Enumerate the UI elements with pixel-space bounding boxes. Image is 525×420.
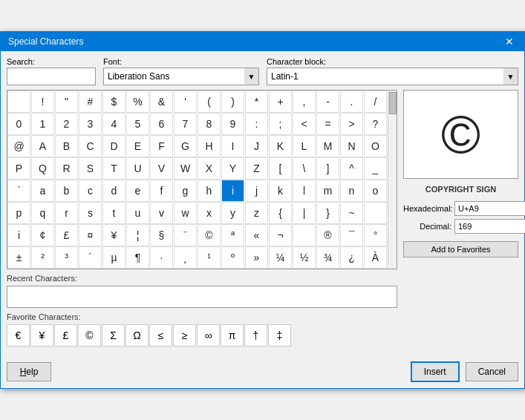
char-cell[interactable]: - xyxy=(316,91,339,113)
fav-char-cell[interactable]: Σ xyxy=(102,324,125,347)
char-cell[interactable]: X xyxy=(198,157,221,180)
fav-char-cell[interactable]: Ω xyxy=(125,324,149,347)
hex-input[interactable] xyxy=(454,201,525,216)
char-cell[interactable]: N xyxy=(340,135,363,157)
char-cell[interactable]: # xyxy=(79,91,102,113)
char-cell[interactable]: 8 xyxy=(198,113,221,135)
char-cell[interactable]: j xyxy=(245,180,268,202)
char-cell[interactable]: @ xyxy=(7,135,30,157)
char-cell[interactable]: ¼ xyxy=(269,246,292,269)
fav-char-cell[interactable]: © xyxy=(78,324,101,347)
char-cell[interactable]: d xyxy=(102,180,125,202)
char-cell[interactable]: ¦ xyxy=(126,224,149,246)
char-cell[interactable]: ¢ xyxy=(31,224,54,246)
char-cell[interactable]: B xyxy=(55,135,78,157)
add-to-favorites-button[interactable]: Add to Favorites xyxy=(403,241,518,257)
char-cell[interactable]: i xyxy=(7,224,30,246)
char-cell[interactable]: r xyxy=(55,202,78,224)
char-cell[interactable]: $ xyxy=(102,91,125,113)
char-cell[interactable]: P xyxy=(7,157,30,180)
char-cell[interactable]: " xyxy=(55,91,78,113)
char-cell[interactable]: t xyxy=(102,202,125,224)
char-cell[interactable]: ¬ xyxy=(269,224,292,246)
char-cell[interactable]: S xyxy=(79,157,102,180)
char-cell[interactable]: > xyxy=(340,113,363,135)
fav-char-cell[interactable]: £ xyxy=(54,324,77,347)
char-cell[interactable]: ' xyxy=(174,91,197,113)
grid-scrollbar[interactable] xyxy=(388,91,397,269)
char-cell[interactable]: U xyxy=(126,157,149,180)
char-cell[interactable]: * xyxy=(245,91,268,113)
char-cell[interactable]: ( xyxy=(198,91,221,113)
char-cell[interactable]: E xyxy=(126,135,149,157)
char-cell[interactable]: _ xyxy=(364,157,387,180)
char-cell[interactable]: w xyxy=(174,202,197,224)
char-cell[interactable]: ± xyxy=(7,246,30,269)
char-cell[interactable]: , xyxy=(293,91,316,113)
char-cell[interactable]: µ xyxy=(102,246,125,269)
char-cell[interactable]: { xyxy=(269,202,292,224)
char-cell[interactable]: . xyxy=(340,91,363,113)
char-cell[interactable] xyxy=(7,91,30,113)
char-cell[interactable]: f xyxy=(150,180,173,202)
char-cell[interactable]: ¥ xyxy=(102,224,125,246)
char-cell[interactable]: + xyxy=(269,91,292,113)
char-cell[interactable]: % xyxy=(126,91,149,113)
char-cell[interactable]: ? xyxy=(364,113,387,135)
char-cell[interactable]: ¨ xyxy=(174,224,197,246)
char-cell[interactable]: < xyxy=(293,113,316,135)
char-cell[interactable]: M xyxy=(316,135,339,157)
char-cell[interactable]: V xyxy=(150,157,173,180)
char-cell[interactable]: ­ xyxy=(293,224,316,246)
char-cell[interactable]: R xyxy=(55,157,78,180)
char-cell[interactable]: L xyxy=(293,135,316,157)
char-cell[interactable]: · xyxy=(150,246,173,269)
char-cell[interactable]: ¶ xyxy=(126,246,149,269)
char-cell[interactable]: m xyxy=(316,180,339,202)
char-cell[interactable]: H xyxy=(198,135,221,157)
char-cell[interactable]: c xyxy=(79,180,102,202)
char-cell[interactable]: £ xyxy=(55,224,78,246)
char-cell[interactable]: & xyxy=(150,91,173,113)
char-cell[interactable]: x xyxy=(198,202,221,224)
char-cell[interactable]: i xyxy=(221,180,244,202)
char-cell[interactable]: « xyxy=(245,224,268,246)
char-cell[interactable]: O xyxy=(364,135,387,157)
char-cell[interactable]: Q xyxy=(31,157,54,180)
fav-char-cell[interactable]: ≤ xyxy=(149,324,172,347)
char-cell[interactable]: | xyxy=(293,202,316,224)
char-cell[interactable]: ® xyxy=(316,224,339,246)
fav-char-cell[interactable]: ¥ xyxy=(30,324,53,347)
char-cell[interactable]: W xyxy=(174,157,197,180)
fav-char-cell[interactable]: ∞ xyxy=(197,324,220,347)
char-cell[interactable]: ´ xyxy=(79,246,102,269)
char-cell[interactable]: 9 xyxy=(221,113,244,135)
fav-char-cell[interactable]: π xyxy=(221,324,244,347)
char-cell[interactable]: ½ xyxy=(293,246,316,269)
char-cell[interactable]: ¹ xyxy=(198,246,221,269)
char-cell[interactable]: ¸ xyxy=(174,246,197,269)
char-cell[interactable]: ^ xyxy=(340,157,363,180)
char-cell[interactable]: a xyxy=(31,180,54,202)
fav-char-cell[interactable]: † xyxy=(244,324,267,347)
char-cell[interactable]: } xyxy=(316,202,339,224)
char-cell[interactable]: \ xyxy=(293,157,316,180)
fav-char-cell[interactable]: ≥ xyxy=(173,324,196,347)
char-cell[interactable]: u xyxy=(126,202,149,224)
char-cell[interactable]: I xyxy=(221,135,244,157)
char-cell[interactable]: » xyxy=(245,246,268,269)
char-cell[interactable]: ] xyxy=(316,157,339,180)
char-cell[interactable]: ¤ xyxy=(79,224,102,246)
char-cell[interactable]: n xyxy=(340,180,363,202)
char-cell[interactable]: Y xyxy=(221,157,244,180)
close-button[interactable]: ✕ xyxy=(502,36,517,47)
char-cell[interactable]: ! xyxy=(31,91,54,113)
char-cell[interactable] xyxy=(364,202,387,224)
char-cell[interactable]: p xyxy=(7,202,30,224)
char-cell[interactable]: g xyxy=(174,180,197,202)
char-cell[interactable]: ² xyxy=(31,246,54,269)
char-cell[interactable]: K xyxy=(269,135,292,157)
char-cell[interactable]: ¾ xyxy=(316,246,339,269)
char-cell[interactable]: Z xyxy=(245,157,268,180)
cancel-button[interactable]: Cancel xyxy=(466,362,518,381)
